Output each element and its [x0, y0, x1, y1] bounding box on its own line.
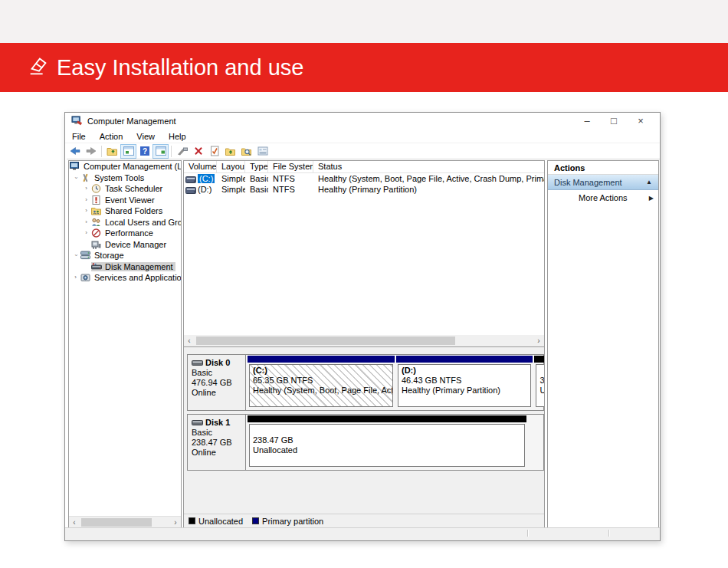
unallocated-region[interactable]: 238.47 GBUnallocated: [247, 415, 527, 469]
scroll-right-icon[interactable]: ›: [170, 517, 181, 528]
volume-list-horizontal-scrollbar[interactable]: ‹ ›: [184, 335, 544, 346]
tree-item-task-scheduler[interactable]: ›Task Scheduler: [69, 183, 181, 195]
disk-drive-icon: [192, 358, 203, 368]
tree-item-content: Event Viewer: [91, 195, 155, 205]
titlebar[interactable]: Computer Management – □ ×: [65, 113, 660, 130]
disk-partitions: (C:)65.35 GB NTFSHealthy (System, Boot, …: [246, 355, 545, 410]
menu-action[interactable]: Action: [93, 132, 130, 141]
column-header-status[interactable]: Status: [313, 161, 544, 172]
disk-size: 476.94 GB: [192, 378, 245, 388]
partition-spacer: [539, 366, 545, 376]
volume-cell: (D:): [184, 185, 217, 194]
disk-block-disk-0: Disk 0Basic476.94 GBOnline(C:)65.35 GB N…: [187, 354, 544, 411]
minimize-button[interactable]: –: [576, 113, 598, 130]
scroll-left-icon[interactable]: ‹: [184, 335, 195, 346]
tree-chevron-icon[interactable]: ›: [81, 217, 91, 228]
tree-item-disk-management[interactable]: Disk Management: [69, 261, 181, 273]
actions-panel: Actions Disk Management ▲ More Actions ▶: [547, 160, 659, 528]
maximize-button[interactable]: □: [602, 113, 625, 130]
delete-icon[interactable]: [190, 144, 206, 159]
disk-drive-icon: [192, 418, 203, 428]
scroll-right-icon[interactable]: ›: [533, 335, 544, 346]
more-actions-label: More Actions: [579, 193, 628, 202]
tree-item-label: Performance: [104, 228, 153, 238]
up-level-icon[interactable]: [104, 144, 120, 159]
legend-swatch: [252, 517, 259, 524]
menu-file[interactable]: File: [65, 132, 93, 141]
tree-chevron-icon[interactable]: ›: [81, 195, 91, 205]
tree-item-local-users-and-groups[interactable]: ›Local Users and Groups: [69, 217, 181, 228]
scroll-left-icon[interactable]: ‹: [69, 517, 80, 528]
details-icon[interactable]: [254, 144, 271, 159]
disk-name-text: Disk 0: [205, 358, 230, 368]
volume-list-header[interactable]: VolumeLayoutTypeFile SystemStatus: [184, 161, 544, 173]
window-resize-edge[interactable]: [65, 537, 660, 540]
partition-box[interactable]: (C:)65.35 GB NTFSHealthy (System, Boot, …: [249, 364, 393, 407]
column-header-file-system[interactable]: File System: [268, 161, 313, 172]
partition-box[interactable]: (D:)46.43 GB NTFSHealthy (Primary Partit…: [398, 364, 531, 407]
actions-group-disk-management[interactable]: Disk Management ▲: [548, 175, 658, 190]
tree-chevron-icon[interactable]: ›: [71, 251, 81, 261]
type-cell: Basic: [245, 174, 268, 183]
export-icon[interactable]: [222, 144, 238, 159]
partition-type-bar: [396, 356, 533, 363]
partition-spacer: [253, 425, 521, 435]
close-button[interactable]: ×: [629, 113, 652, 130]
more-actions-item[interactable]: More Actions ▶: [548, 190, 658, 205]
tree-chevron-icon[interactable]: ›: [71, 172, 81, 182]
tree-item-label: Event Viewer: [104, 195, 155, 205]
tree-chevron-icon[interactable]: ›: [81, 183, 91, 194]
disk-name-text: Disk 1: [205, 418, 230, 428]
partition-size: 365.15 GB: [539, 376, 545, 386]
partition-box[interactable]: 365.15 GBUnallocated: [536, 364, 545, 407]
column-header-type[interactable]: Type: [245, 161, 268, 172]
actions-group-label: Disk Management: [554, 178, 622, 187]
column-header-layout[interactable]: Layout: [217, 161, 245, 172]
help-icon[interactable]: ?: [136, 144, 152, 159]
tree-item-event-viewer[interactable]: ›Event Viewer: [69, 195, 181, 206]
tree-chevron-icon[interactable]: ›: [71, 272, 80, 283]
forward-icon[interactable]: [83, 144, 99, 159]
tree-horizontal-scrollbar[interactable]: ‹ ›: [69, 516, 181, 527]
volume-row[interactable]: (D:)SimpleBasicNTFSHealthy (Primary Part…: [184, 184, 544, 195]
tree-item-content: Performance: [91, 228, 153, 238]
computer-icon: [70, 162, 80, 171]
volume-row[interactable]: (C:)SimpleBasicNTFSHealthy (System, Boot…: [184, 173, 544, 184]
layout-cell: Simple: [217, 185, 245, 194]
tree-item-system-tools[interactable]: ›System Tools: [69, 172, 181, 184]
action-pane-icon[interactable]: [152, 144, 169, 159]
tree-item-shared-folders[interactable]: ›Shared Folders: [69, 205, 181, 217]
tree-item-device-manager[interactable]: Device Manager: [69, 239, 181, 251]
partition-region[interactable]: (D:)46.43 GB NTFSHealthy (Primary Partit…: [395, 356, 533, 409]
tree-item-performance[interactable]: ›Performance: [69, 228, 181, 239]
disk-management-icon: [91, 262, 102, 271]
disk-name: Disk 1: [192, 418, 245, 428]
window-title: Computer Management: [87, 117, 176, 126]
pointer-icon[interactable]: [174, 144, 190, 159]
scrollbar-thumb[interactable]: [196, 337, 455, 345]
collapse-icon[interactable]: ▲: [646, 179, 652, 186]
tree-item-storage[interactable]: ›Storage: [69, 250, 181, 261]
tree-chevron-icon[interactable]: ›: [81, 205, 91, 216]
partition-region[interactable]: (C:)65.35 GB NTFSHealthy (System, Boot, …: [247, 356, 395, 409]
scrollbar-thumb[interactable]: [81, 518, 152, 527]
menu-help[interactable]: Help: [162, 132, 193, 141]
disk-label[interactable]: Disk 1Basic238.47 GBOnline: [188, 415, 246, 470]
status-cell: Healthy (Primary Partition): [313, 185, 544, 194]
column-header-volume[interactable]: Volume: [184, 161, 217, 172]
disk-partitions: 238.47 GBUnallocated: [246, 415, 543, 470]
disk-label[interactable]: Disk 0Basic476.94 GBOnline: [188, 355, 246, 410]
check-doc-icon[interactable]: [206, 144, 222, 159]
menu-view[interactable]: View: [130, 132, 162, 141]
tree-item-services-and-applications[interactable]: ›Services and Applications: [69, 272, 181, 284]
disk-size: 238.47 GB: [192, 438, 245, 448]
back-icon[interactable]: [67, 144, 83, 159]
unallocated-region[interactable]: 365.15 GBUnallocated: [533, 356, 545, 409]
partition-box[interactable]: 238.47 GBUnallocated: [249, 424, 525, 467]
console-tree-icon[interactable]: [120, 144, 136, 159]
banner-title: Easy Installation and use: [57, 55, 303, 80]
tree-chevron-icon[interactable]: ›: [81, 228, 91, 238]
disk-state: Online: [192, 388, 245, 398]
tree-item-computer-management-local[interactable]: Computer Management (Local): [69, 161, 181, 172]
search-icon[interactable]: [238, 144, 254, 159]
